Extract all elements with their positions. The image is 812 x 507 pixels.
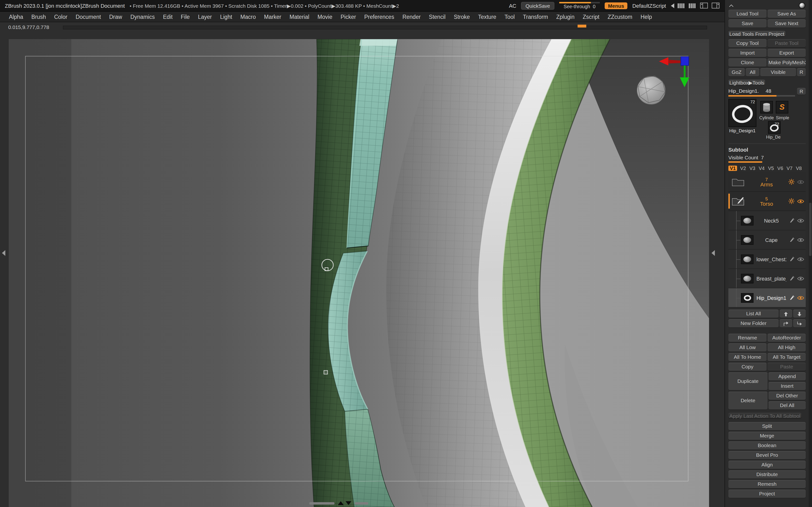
zbrush-orb-icon[interactable] xyxy=(799,2,805,9)
menu-item[interactable]: Marker xyxy=(260,14,286,19)
append-button[interactable]: Append xyxy=(768,372,806,381)
paint-icon[interactable] xyxy=(789,257,795,262)
make-polymesh3d-button[interactable]: Make PolyMesh3D xyxy=(767,58,806,67)
gear-icon[interactable] xyxy=(788,198,795,204)
window-split-icon-1[interactable] xyxy=(700,2,708,9)
subtool-row[interactable]: lower_Chest1 xyxy=(728,249,806,269)
left-tray-arrow-icon[interactable] xyxy=(2,250,5,256)
move-up-button[interactable] xyxy=(779,309,792,318)
goz-r-button[interactable]: R xyxy=(797,68,806,77)
paint-icon[interactable] xyxy=(789,276,795,281)
subtool-action-button[interactable]: Boolean xyxy=(728,441,806,450)
scroll-down-icon[interactable] xyxy=(346,501,351,505)
menu-item[interactable]: Texture xyxy=(474,14,500,19)
export-button[interactable]: Export xyxy=(767,49,806,57)
list-all-button[interactable]: List All xyxy=(728,309,779,318)
quicksave-button[interactable]: QuickSave xyxy=(521,2,555,9)
menu-item[interactable]: Zscript xyxy=(578,14,603,19)
eye-icon[interactable] xyxy=(797,218,804,223)
menu-item[interactable]: Draw xyxy=(105,14,126,19)
copy-tool-button[interactable]: Copy Tool xyxy=(728,39,767,48)
collapse-left-icon[interactable] xyxy=(671,3,674,8)
tab-v6[interactable]: V6 xyxy=(777,165,783,171)
move-out-of-folder-button[interactable] xyxy=(779,319,792,328)
menu-item[interactable]: Light xyxy=(216,14,236,19)
save-next-button[interactable]: Save Next xyxy=(767,19,806,28)
del-all-button[interactable]: Del All xyxy=(768,401,806,410)
menu-item[interactable]: Document xyxy=(71,14,105,19)
menu-item[interactable]: Dynamics xyxy=(126,14,159,19)
menu-item[interactable]: Material xyxy=(286,14,313,19)
scroll-arrows[interactable] xyxy=(338,501,351,505)
save-button[interactable]: Save xyxy=(728,19,767,28)
see-through-track[interactable] xyxy=(559,2,600,3)
subtool-action-button[interactable]: Bevel Pro xyxy=(728,451,806,460)
menu-item[interactable]: Color xyxy=(50,14,71,19)
autoreorder-button[interactable]: AutoReorder xyxy=(767,334,806,342)
active-tool-thumbnail[interactable]: 72 xyxy=(728,99,756,127)
subtool-action-button[interactable]: Split xyxy=(728,422,806,431)
layout-bars-icon-1[interactable] xyxy=(678,3,686,8)
viewport-canvas[interactable] xyxy=(9,39,709,507)
scroll-up-icon[interactable] xyxy=(338,501,344,505)
paint-icon[interactable] xyxy=(789,218,795,223)
paint-icon[interactable] xyxy=(789,237,795,242)
default-zscript-button[interactable]: DefaultZScript xyxy=(632,3,666,8)
menu-item[interactable]: Preferences xyxy=(360,14,398,19)
save-as-button[interactable]: Save As xyxy=(767,10,806,18)
tab-v5[interactable]: V5 xyxy=(767,165,774,171)
goz-button[interactable]: GoZ xyxy=(728,68,745,77)
subtool-folder-torso[interactable]: 5 Torso xyxy=(728,192,806,211)
subtool-row[interactable]: Breast_plate_BackUp xyxy=(728,269,806,288)
delete-button[interactable]: Delete xyxy=(728,392,767,410)
gizmo-anchor-marker[interactable] xyxy=(324,371,327,374)
all-to-home-button[interactable]: All To Home xyxy=(728,353,767,362)
subtool-row[interactable]: Cape xyxy=(728,230,806,249)
eye-icon[interactable] xyxy=(797,257,804,262)
all-high-button[interactable]: All High xyxy=(767,343,806,352)
new-folder-button[interactable]: New Folder xyxy=(728,319,779,328)
subtool-row[interactable]: Neck5 xyxy=(728,211,806,230)
menu-item[interactable]: Transform xyxy=(519,14,552,19)
copy-subtool-button[interactable]: Copy xyxy=(728,362,767,371)
right-tray-arrow-icon[interactable] xyxy=(711,250,715,256)
visible-count-slider[interactable]: Visible Count 7 xyxy=(728,154,806,164)
scrollbar-handle[interactable] xyxy=(809,203,812,256)
tab-v7[interactable]: V7 xyxy=(786,165,793,171)
menu-item[interactable]: ZZcustom xyxy=(603,14,636,19)
tab-v2[interactable]: V2 xyxy=(740,165,746,171)
panel-scrollbar[interactable] xyxy=(809,0,812,507)
subtool-action-button[interactable]: Merge xyxy=(728,432,806,440)
collapsed-tray[interactable] xyxy=(63,25,707,30)
recent-tool-thumbnail[interactable]: 72 xyxy=(768,121,780,134)
menu-item[interactable]: Picker xyxy=(337,14,360,19)
eye-icon[interactable] xyxy=(797,179,804,184)
collapse-chevron-icon[interactable] xyxy=(729,4,734,7)
subtool-folder-arms[interactable]: 7 Arms xyxy=(728,172,806,192)
menu-item[interactable]: Stroke xyxy=(450,14,474,19)
subtool-action-button[interactable]: Project xyxy=(728,490,806,498)
eye-icon[interactable] xyxy=(797,276,804,281)
menu-item[interactable]: Movie xyxy=(313,14,337,19)
menu-item[interactable]: Brush xyxy=(27,14,50,19)
menu-item[interactable]: Tool xyxy=(501,14,519,19)
paint-icon[interactable] xyxy=(789,295,795,300)
menu-item[interactable]: Alpha xyxy=(5,14,27,19)
cylinder-tool-thumbnail[interactable] xyxy=(760,101,773,113)
tab-v3[interactable]: V3 xyxy=(749,165,756,171)
subtool-action-button[interactable]: Remesh xyxy=(728,480,806,489)
eye-icon[interactable] xyxy=(797,237,804,242)
insert-button[interactable]: Insert xyxy=(768,382,806,391)
menu-item[interactable]: Stencil xyxy=(425,14,450,19)
del-other-button[interactable]: Del Other xyxy=(768,392,806,400)
active-tool-slider[interactable]: Hip_Design1. 48 R xyxy=(728,88,806,98)
folder-open-edit-icon[interactable] xyxy=(731,196,745,207)
clone-button[interactable]: Clone xyxy=(728,58,767,67)
canvas-scrollbar[interactable] xyxy=(309,501,368,505)
goz-all-button[interactable]: All xyxy=(746,68,759,77)
menu-item[interactable]: File xyxy=(176,14,194,19)
import-button[interactable]: Import xyxy=(728,49,767,57)
subtool-action-button[interactable]: Align xyxy=(728,461,806,469)
all-to-target-button[interactable]: All To Target xyxy=(767,353,806,362)
tool-r-button[interactable]: R xyxy=(797,88,806,95)
